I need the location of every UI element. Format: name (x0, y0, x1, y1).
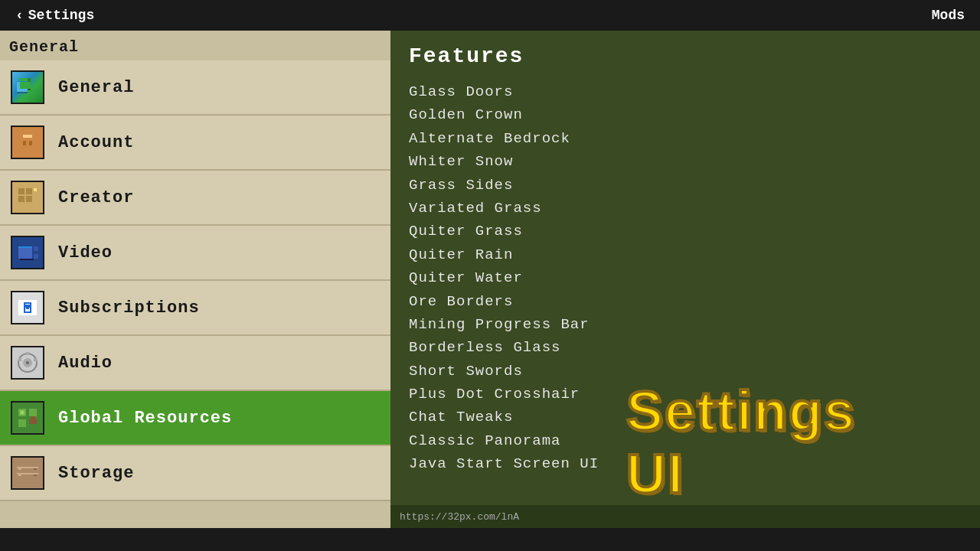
account-icon (11, 126, 44, 159)
sidebar-item-video[interactable]: Video (0, 226, 390, 281)
mods-button[interactable]: Mods (932, 8, 965, 23)
feature-item[interactable]: Ore Borders (409, 290, 962, 313)
back-chevron-icon: ‹ (15, 8, 24, 23)
svg-rect-46 (21, 412, 23, 413)
svg-rect-16 (26, 196, 32, 202)
sidebar-item-audio[interactable]: Audio (0, 336, 390, 391)
feature-item[interactable]: Whiter Snow (409, 150, 962, 173)
svg-rect-36 (26, 352, 29, 355)
feature-item[interactable]: Quiter Rain (409, 243, 962, 266)
cube-icon (11, 70, 44, 104)
svg-rect-51 (18, 468, 21, 470)
svg-rect-6 (28, 89, 31, 90)
sidebar-item-creator[interactable]: Creator (0, 171, 390, 226)
storage-icon (11, 456, 44, 490)
feature-item[interactable]: Quiter Water (409, 266, 962, 289)
svg-rect-17 (34, 188, 37, 191)
sidebar: General General (0, 31, 390, 528)
svg-rect-54 (34, 474, 37, 476)
svg-rect-11 (23, 135, 32, 138)
audio-icon (11, 346, 44, 380)
svg-rect-15 (18, 196, 24, 202)
features-title: Features (409, 44, 962, 68)
sidebar-item-label-global-resources: Global Resources (58, 409, 232, 428)
back-button[interactable]: ‹ Settings (15, 8, 94, 23)
svg-rect-53 (34, 468, 37, 470)
svg-rect-4 (28, 78, 31, 81)
feature-item[interactable]: Classic Panorama (409, 429, 962, 452)
sidebar-item-storage[interactable]: Storage (0, 446, 390, 501)
feature-item[interactable]: Plus Dot Crosshair (409, 383, 962, 406)
sidebar-item-label-subscriptions: Subscriptions (58, 298, 200, 318)
feature-item[interactable]: Short Swords (409, 360, 962, 383)
svg-rect-37 (18, 358, 21, 361)
svg-rect-3 (28, 81, 31, 82)
svg-rect-20 (34, 246, 38, 251)
url-text: https://32px.com/lnA (400, 511, 519, 523)
sidebar-item-label-storage: Storage (58, 464, 134, 483)
svg-rect-14 (26, 188, 32, 194)
top-bar: ‹ Settings Mods (0, 0, 980, 31)
svg-rect-43 (29, 419, 37, 424)
sidebar-item-account[interactable]: Account (0, 116, 390, 171)
svg-rect-21 (34, 254, 38, 259)
sidebar-item-global-resources[interactable]: Global Resources (0, 391, 390, 446)
svg-rect-19 (18, 246, 32, 259)
feature-item[interactable]: Java Start Screen UI (409, 452, 962, 475)
svg-rect-38 (34, 358, 37, 361)
video-icon (11, 236, 44, 269)
sidebar-item-label-general: General (58, 78, 134, 97)
svg-rect-29 (25, 305, 27, 306)
feature-item[interactable]: Chat Tweaks (409, 406, 962, 429)
sidebar-item-general[interactable]: General (0, 60, 390, 116)
svg-rect-8 (20, 139, 35, 152)
bottom-bar (0, 528, 980, 551)
feature-item[interactable]: Quiter Grass (409, 220, 962, 243)
main-container: General General (0, 31, 980, 528)
sidebar-section-label: General (0, 31, 390, 60)
svg-rect-41 (29, 409, 37, 416)
svg-rect-30 (28, 305, 30, 306)
svg-rect-52 (18, 474, 21, 476)
svg-rect-2 (17, 81, 28, 82)
feature-item[interactable]: Variated Grass (409, 197, 962, 220)
sidebar-item-label-account: Account (58, 133, 134, 152)
feature-item[interactable]: Borderless Glass (409, 336, 962, 359)
creator-icon (11, 181, 44, 214)
sidebar-item-label-audio: Audio (58, 354, 113, 373)
feature-item[interactable]: Alternate Bedrock (409, 127, 962, 150)
global-icon (11, 401, 44, 435)
svg-rect-13 (18, 188, 24, 194)
feature-item[interactable]: Mining Progress Bar (409, 313, 962, 336)
svg-rect-31 (25, 306, 30, 308)
sidebar-item-label-video: Video (58, 243, 113, 262)
svg-rect-9 (23, 141, 26, 145)
svg-rect-5 (17, 92, 28, 93)
url-bar: https://32px.com/lnA (390, 505, 980, 528)
features-list: Glass DoorsGolden CrownAlternate Bedrock… (409, 80, 962, 476)
svg-rect-49 (17, 467, 38, 468)
sidebar-item-label-creator: Creator (58, 188, 134, 207)
mods-label: Mods (932, 8, 965, 23)
svg-point-35 (26, 361, 29, 364)
feature-item[interactable]: Golden Crown (409, 103, 962, 126)
svg-rect-23 (20, 259, 34, 260)
svg-rect-44 (31, 416, 35, 419)
svg-rect-10 (29, 141, 32, 145)
sidebar-item-subscriptions[interactable]: Subscriptions (0, 281, 390, 336)
svg-rect-42 (18, 419, 26, 427)
back-label: Settings (28, 8, 94, 23)
subscriptions-icon (11, 291, 44, 324)
right-panel: Features Glass DoorsGolden CrownAlternat… (390, 31, 980, 528)
feature-item[interactable]: Grass Sides (409, 174, 962, 197)
feature-item[interactable]: Glass Doors (409, 80, 962, 103)
svg-rect-22 (18, 246, 32, 248)
svg-rect-50 (17, 473, 38, 474)
